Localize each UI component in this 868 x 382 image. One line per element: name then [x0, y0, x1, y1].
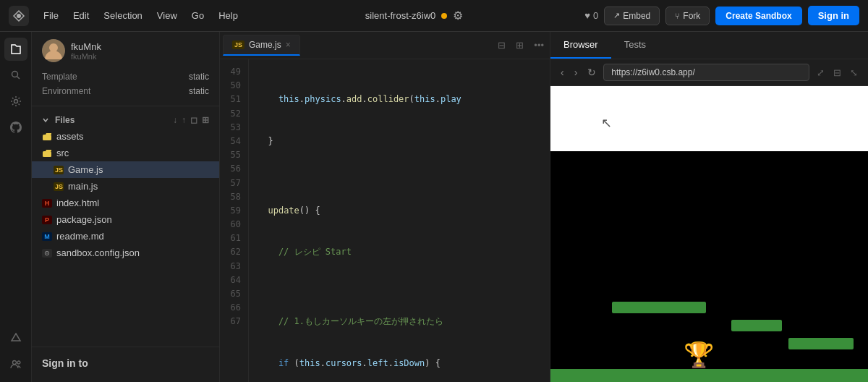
browser-toolbar: ‹ › ↻ ⤢ ⊟ ⤡ — [550, 59, 868, 86]
folder-src: src JS Game.js JS main.js — [32, 145, 219, 195]
code-content[interactable]: this.physics.add.collider(this.play } up… — [249, 59, 550, 382]
menu-go[interactable]: Go — [186, 7, 210, 24]
avatar — [42, 39, 65, 62]
user-text: fkuMnk fkuMnk — [71, 41, 101, 61]
files-section: Files ↓ ↑ ◻ ⊞ assets src — [32, 106, 219, 347]
template-value: static — [189, 72, 209, 82]
more-btn[interactable]: ••• — [531, 38, 547, 52]
topbar-right: ♥ 0 ↗ Embed ⑂ Fork Create Sandbox Sign i… — [584, 6, 859, 25]
sidebar-item-files[interactable] — [4, 38, 27, 61]
meta-template: Template static — [42, 69, 209, 84]
file-mainjs-name: main.js — [68, 181, 98, 192]
file-sandboxconfig-name: sandbox.config.json — [56, 247, 140, 258]
svg-point-2 — [12, 72, 17, 77]
code-area: 4950515253 5455565758 5960616263 6465666… — [220, 59, 550, 382]
sandbox-status-dot — [441, 13, 447, 19]
back-button[interactable]: ‹ — [558, 65, 567, 80]
svg-point-4 — [14, 100, 17, 103]
new-folder-icon[interactable]: ⊞ — [202, 115, 209, 125]
meta-environment: Environment static — [42, 84, 209, 98]
tabs-bar: JS Game.js × ⊟ ⊞ ••• — [220, 32, 550, 59]
menu-selection[interactable]: Selection — [98, 7, 148, 24]
file-gamejs[interactable]: JS Game.js — [32, 161, 219, 178]
game-platform-2 — [731, 320, 782, 331]
menu-help[interactable]: Help — [213, 7, 244, 24]
browser-tab-tests[interactable]: Tests — [611, 32, 659, 59]
file-readmemd[interactable]: M readme.md — [32, 228, 219, 245]
fork-icon: ⑂ — [675, 12, 680, 20]
likes-counter[interactable]: ♥ 0 — [584, 10, 598, 21]
split-vertical-btn[interactable]: ⊟ — [495, 38, 509, 52]
expand-icon[interactable]: ⤡ — [847, 66, 861, 80]
game-platform-1 — [612, 302, 706, 313]
files-label: Files — [55, 115, 75, 125]
sidebar-item-search[interactable] — [4, 64, 27, 87]
signin-button[interactable]: Sign in — [808, 6, 859, 25]
svg-rect-10 — [43, 151, 51, 157]
likes-count: 0 — [593, 10, 598, 21]
game-character: 🏆 — [684, 340, 714, 369]
svg-line-3 — [17, 77, 20, 80]
forward-button[interactable]: › — [571, 65, 581, 80]
settings-icon[interactable]: ⚙ — [453, 9, 463, 22]
file-mainjs[interactable]: JS main.js — [32, 178, 219, 195]
menu-view[interactable]: View — [151, 7, 183, 24]
split-horizontal-btn[interactable]: ⊞ — [513, 38, 527, 52]
tab-label: Game.js — [249, 40, 281, 50]
main-layout: fkuMnk fkuMnk Template static Environmen… — [0, 32, 868, 382]
game-preview: 🏆 — [550, 151, 868, 382]
new-file-icon[interactable]: ◻ — [190, 115, 197, 125]
browser-white-area: ↖ — [550, 86, 868, 151]
file-packagejson[interactable]: P package.json — [32, 211, 219, 228]
browser-tabs: Browser Tests — [550, 32, 868, 59]
url-bar[interactable] — [603, 64, 809, 81]
folder-src-name: src — [56, 148, 69, 158]
browser-url-actions: ⤢ ⊟ ⤡ — [814, 66, 861, 80]
file-sandboxconfig[interactable]: ⊙ sandbox.config.json — [32, 245, 219, 261]
refresh-button[interactable]: ↻ — [584, 65, 599, 80]
app-logo[interactable] — [9, 6, 29, 26]
browser-tab-preview[interactable]: Browser — [550, 32, 611, 59]
game-platform-3 — [788, 338, 854, 349]
template-label: Template — [42, 72, 77, 82]
sidebar-item-github[interactable] — [4, 116, 27, 139]
sort-down-icon[interactable]: ↓ — [173, 115, 177, 125]
file-indexhtml[interactable]: H index.html — [32, 195, 219, 211]
environment-value: static — [189, 86, 209, 96]
file-readmemd-name: readme.md — [56, 231, 104, 242]
folder-assets-row[interactable]: assets — [32, 128, 219, 145]
line-numbers: 4950515253 5455565758 5960616263 6465666… — [220, 59, 249, 382]
create-sandbox-button[interactable]: Create Sandbox — [715, 7, 801, 25]
sidebar-item-team[interactable] — [4, 353, 27, 376]
tab-close-btn[interactable]: × — [286, 40, 291, 50]
tab-gamejs[interactable]: JS Game.js × — [223, 35, 300, 56]
svg-point-5 — [12, 361, 16, 365]
sort-up-icon[interactable]: ↑ — [182, 115, 186, 125]
folder-icon — [42, 132, 52, 142]
menu-edit[interactable]: Edit — [67, 7, 95, 24]
fork-label: Fork — [683, 11, 700, 21]
open-external-icon[interactable]: ⤢ — [814, 66, 827, 80]
meta-info: Template static Environment static — [42, 69, 209, 98]
game-ground — [550, 369, 868, 382]
file-panel-header: fkuMnk fkuMnk Template static Environmen… — [32, 32, 219, 106]
cursor: ↖ — [601, 115, 612, 131]
topbar: File Edit Selection View Go Help silent-… — [0, 0, 868, 32]
topbar-center: silent-frost-z6iw0 ⚙ — [250, 9, 579, 22]
fork-button[interactable]: ⑂ Fork — [665, 7, 710, 25]
file-panel: fkuMnk fkuMnk Template static Environmen… — [32, 32, 220, 382]
folder-src-row[interactable]: src — [32, 145, 219, 161]
folder-assets: assets — [32, 128, 219, 145]
file-packagejson-name: package.json — [56, 214, 112, 225]
sidebar-item-deploy[interactable] — [4, 327, 27, 350]
sign-in-title: Sign in to — [42, 357, 209, 369]
embed-button[interactable]: ↗ Embed — [604, 7, 660, 25]
menu-bar: File Edit Selection View Go Help — [38, 7, 244, 24]
editor-area: JS Game.js × ⊟ ⊞ ••• 4950515253 54555657… — [220, 32, 550, 382]
embed-arrow-icon: ↗ — [613, 11, 620, 20]
menu-file[interactable]: File — [38, 7, 64, 24]
embed-label: Embed — [623, 11, 650, 21]
split-view-icon[interactable]: ⊟ — [830, 66, 844, 80]
sidebar-item-settings[interactable] — [4, 90, 27, 113]
sign-in-section: Sign in to — [32, 347, 219, 382]
